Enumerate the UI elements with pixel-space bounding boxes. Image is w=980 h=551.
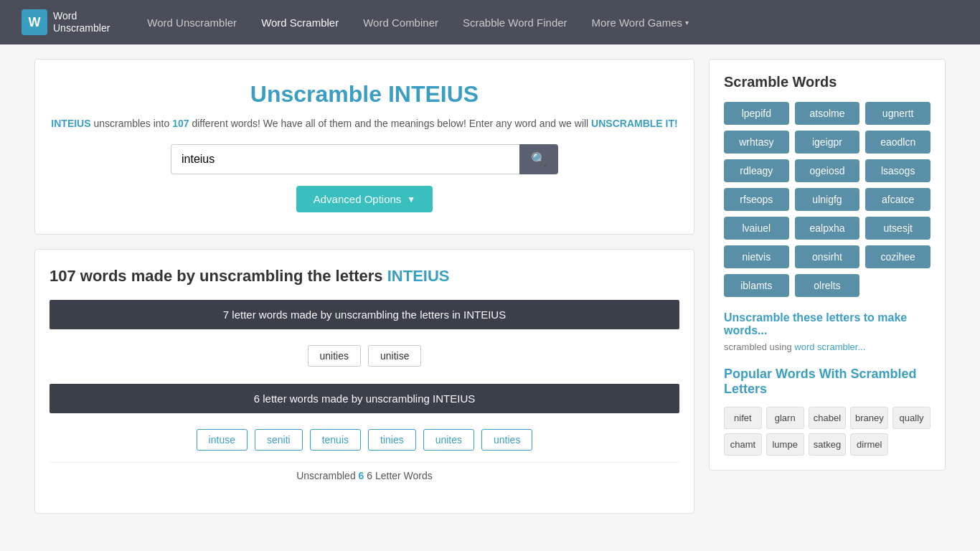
scramble-chip-onsirht[interactable]: onsirht: [795, 245, 860, 268]
results-word-highlight: INTEIUS: [387, 267, 450, 285]
dropdown-arrow-icon: ▾: [685, 19, 689, 27]
scramble-chip-olrelts[interactable]: olrelts: [795, 274, 860, 297]
nav-more-word-games[interactable]: More Word Games ▾: [583, 17, 697, 29]
word-group-header-6letter: 6 letter words made by unscrambling INTE…: [50, 384, 679, 413]
description-text: INTEIUS unscrambles into 107 different w…: [50, 116, 679, 131]
popular-chip-lumpe[interactable]: lumpe: [766, 433, 804, 456]
scramble-chip-iblamts[interactable]: iblamts: [724, 274, 789, 297]
results-section: 107 words made by unscrambling the lette…: [34, 249, 694, 514]
advanced-dropdown-arrow-icon: ▼: [407, 194, 415, 204]
scramble-chip-igeigpr[interactable]: igeigpr: [795, 131, 860, 154]
logo[interactable]: W Word Unscrambler: [22, 9, 110, 35]
word-chip-tenuis[interactable]: tenuis: [310, 429, 361, 451]
scramble-chip-utsesjt[interactable]: utsesjt: [865, 217, 930, 240]
word-group-header-7letter: 7 letter words made by unscrambling the …: [50, 300, 679, 329]
scramble-chip-empty: [865, 274, 930, 297]
scramble-chip-wrhtasy[interactable]: wrhtasy: [724, 131, 789, 154]
word-group-6letter: 6 letter words made by unscrambling INTE…: [50, 384, 679, 484]
scramble-chip-eaodlcn[interactable]: eaodlcn: [865, 131, 930, 154]
popular-chip-chamt[interactable]: chamt: [724, 433, 762, 456]
nav-scrabble-word-finder[interactable]: Scrabble Word Finder: [454, 17, 576, 29]
words-container-6letter: intuse seniti tenuis tinies unites untie…: [50, 423, 679, 456]
highlight-count: 107: [172, 118, 189, 129]
popular-chip-satkeg[interactable]: satkeg: [809, 433, 847, 456]
popular-chip-braney[interactable]: braney: [850, 407, 888, 429]
scramble-chip-ugnertt[interactable]: ugnertt: [865, 102, 930, 125]
main-nav: Word Unscrambler Word Scrambler Word Com…: [138, 17, 697, 29]
search-icon: 🔍: [531, 152, 547, 166]
scramble-chip-lvaiuel[interactable]: lvaiuel: [724, 217, 789, 240]
scramble-chip-rdleagy[interactable]: rdleagy: [724, 159, 789, 182]
scramble-words-title: Scramble Words: [724, 74, 930, 90]
popular-chips-grid: nifet glarn chabel braney qually chamt l…: [724, 407, 930, 456]
scramble-chip-atsolme[interactable]: atsolme: [795, 102, 860, 125]
nav-word-unscrambler[interactable]: Word Unscrambler: [138, 17, 245, 29]
popular-chip-qually[interactable]: qually: [892, 407, 930, 429]
main-header: W Word Unscrambler Word Unscrambler Word…: [0, 0, 980, 44]
word-chip-seniti[interactable]: seniti: [255, 429, 303, 451]
scramble-chip-lsasogs[interactable]: lsasogs: [865, 159, 930, 182]
words-container-7letter: unities unitise: [50, 339, 679, 372]
word-chip-intuse[interactable]: intuse: [197, 429, 248, 451]
word-chip-unitise[interactable]: unitise: [368, 345, 421, 367]
nav-word-scrambler[interactable]: Word Scrambler: [253, 17, 347, 29]
nav-word-combiner[interactable]: Word Combiner: [354, 17, 447, 29]
popular-chip-dirmel[interactable]: dirmel: [850, 433, 888, 456]
popular-words-title: Popular Words With Scrambled Letters: [724, 367, 930, 397]
scramble-chips-grid: lpepifd atsolme ugnertt wrhtasy igeigpr …: [724, 102, 930, 297]
scramble-chip-cozihee[interactable]: cozihee: [865, 245, 930, 268]
scramble-chip-rfseops[interactable]: rfseops: [724, 188, 789, 211]
highlight-cta: UNSCRAMBLE IT!: [591, 118, 678, 129]
search-input[interactable]: [171, 144, 519, 174]
popular-chip-nifet[interactable]: nifet: [724, 407, 762, 429]
scramble-chip-nietvis[interactable]: nietvis: [724, 245, 789, 268]
scrambled-using: scrambled using word scrambler...: [724, 342, 930, 352]
word-chip-unties[interactable]: unties: [481, 429, 532, 451]
search-button[interactable]: 🔍: [519, 144, 558, 174]
scramble-chip-afcatce[interactable]: afcatce: [865, 188, 930, 211]
word-group-7letter: 7 letter words made by unscrambling the …: [50, 300, 679, 372]
scramble-words-panel: Scramble Words lpepifd atsolme ugnertt w…: [709, 59, 946, 471]
word-group-footer-6letter: Unscrambled 6 6 Letter Words: [50, 462, 679, 484]
logo-text: Word Unscrambler: [53, 10, 110, 34]
logo-icon: W: [22, 9, 47, 35]
main-wrapper: Unscramble INTEIUS INTEIUS unscrambles i…: [24, 59, 956, 528]
scramble-chip-ulnigfg[interactable]: ulnigfg: [795, 188, 860, 211]
word-chip-unites[interactable]: unites: [423, 429, 474, 451]
scramble-chip-ealpxha[interactable]: ealpxha: [795, 217, 860, 240]
scramble-chip-ogeiosd[interactable]: ogeiosd: [795, 159, 860, 182]
scramble-chip-lpepifd[interactable]: lpepifd: [724, 102, 789, 125]
word-chip-tinies[interactable]: tinies: [368, 429, 416, 451]
advanced-options-button[interactable]: Advanced Options ▼: [296, 186, 433, 212]
word-scrambler-link[interactable]: word scrambler...: [794, 342, 865, 352]
word-chip-unities[interactable]: unities: [308, 345, 361, 367]
highlight-word: INTEIUS: [51, 118, 90, 129]
search-box: Unscramble INTEIUS INTEIUS unscrambles i…: [34, 59, 694, 235]
unscramble-cta: Unscramble these letters to make words..…: [724, 311, 930, 337]
popular-chip-glarn[interactable]: glarn: [766, 407, 804, 429]
popular-chip-chabel[interactable]: chabel: [809, 407, 847, 429]
page-heading: Unscramble INTEIUS: [50, 81, 679, 108]
results-heading: 107 words made by unscrambling the lette…: [50, 267, 679, 286]
search-row: 🔍: [171, 144, 558, 174]
right-sidebar: Scramble Words lpepifd atsolme ugnertt w…: [709, 59, 946, 528]
left-content: Unscramble INTEIUS INTEIUS unscrambles i…: [34, 59, 694, 528]
